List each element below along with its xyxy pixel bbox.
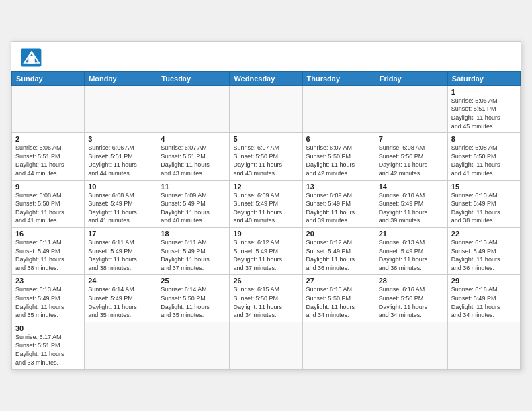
calendar-header: [11, 42, 521, 71]
day-info: Sunrise: 6:07 AM Sunset: 5:51 PM Dayligh…: [161, 144, 226, 177]
day-number: 27: [306, 277, 371, 285]
day-number: 13: [306, 183, 371, 191]
day-number: 5: [233, 135, 298, 143]
calendar-cell: 7Sunrise: 6:08 AM Sunset: 5:50 PM Daylig…: [375, 133, 447, 180]
day-info: Sunrise: 6:11 AM Sunset: 5:49 PM Dayligh…: [15, 238, 81, 272]
day-number: 20: [306, 230, 371, 238]
day-number: 10: [88, 183, 153, 191]
day-info: Sunrise: 6:08 AM Sunset: 5:49 PM Dayligh…: [88, 191, 153, 225]
day-info: Sunrise: 6:09 AM Sunset: 5:49 PM Dayligh…: [233, 191, 298, 225]
calendar-cell: 1Sunrise: 6:06 AM Sunset: 5:51 PM Daylig…: [447, 85, 520, 132]
calendar-cell: 11Sunrise: 6:09 AM Sunset: 5:49 PM Dayli…: [157, 180, 230, 227]
calendar-cell: 19Sunrise: 6:12 AM Sunset: 5:49 PM Dayli…: [230, 228, 302, 275]
day-info: Sunrise: 6:08 AM Sunset: 5:50 PM Dayligh…: [379, 144, 444, 177]
calendar-cell: [157, 322, 230, 369]
day-number: 26: [233, 277, 298, 285]
weekday-wednesday: Wednesday: [230, 71, 302, 85]
day-number: 29: [451, 277, 517, 285]
calendar-cell: 8Sunrise: 6:08 AM Sunset: 5:50 PM Daylig…: [447, 133, 520, 180]
calendar-cell: [12, 85, 85, 132]
calendar-cell: 28Sunrise: 6:16 AM Sunset: 5:50 PM Dayli…: [375, 275, 447, 322]
calendar-cell: 2Sunrise: 6:06 AM Sunset: 5:51 PM Daylig…: [12, 133, 85, 180]
weekday-monday: Monday: [85, 71, 157, 85]
week-row-1: 1Sunrise: 6:06 AM Sunset: 5:51 PM Daylig…: [12, 85, 521, 132]
day-info: Sunrise: 6:15 AM Sunset: 5:50 PM Dayligh…: [233, 285, 298, 319]
calendar-cell: 26Sunrise: 6:15 AM Sunset: 5:50 PM Dayli…: [230, 275, 302, 322]
day-number: 3: [88, 135, 153, 143]
weekday-tuesday: Tuesday: [157, 71, 230, 85]
day-number: 30: [15, 324, 81, 332]
calendar-cell: 6Sunrise: 6:07 AM Sunset: 5:50 PM Daylig…: [302, 133, 375, 180]
calendar-cell: 3Sunrise: 6:06 AM Sunset: 5:51 PM Daylig…: [85, 133, 157, 180]
calendar-cell: [375, 85, 447, 132]
weekday-thursday: Thursday: [302, 71, 375, 85]
day-info: Sunrise: 6:14 AM Sunset: 5:49 PM Dayligh…: [88, 285, 153, 319]
day-info: Sunrise: 6:09 AM Sunset: 5:49 PM Dayligh…: [306, 191, 371, 225]
day-number: 24: [88, 277, 153, 285]
day-number: 1: [451, 88, 517, 96]
calendar-cell: 22Sunrise: 6:13 AM Sunset: 5:49 PM Dayli…: [447, 228, 520, 275]
calendar-cell: 13Sunrise: 6:09 AM Sunset: 5:49 PM Dayli…: [302, 180, 375, 227]
day-info: Sunrise: 6:11 AM Sunset: 5:49 PM Dayligh…: [161, 238, 226, 272]
day-number: 21: [379, 230, 444, 238]
day-info: Sunrise: 6:12 AM Sunset: 5:49 PM Dayligh…: [233, 238, 298, 272]
day-info: Sunrise: 6:14 AM Sunset: 5:50 PM Dayligh…: [161, 285, 226, 319]
calendar-cell: 12Sunrise: 6:09 AM Sunset: 5:49 PM Dayli…: [230, 180, 302, 227]
calendar-cell: [302, 85, 375, 132]
day-number: 22: [451, 230, 517, 238]
weekday-friday: Friday: [375, 71, 447, 85]
day-info: Sunrise: 6:08 AM Sunset: 5:50 PM Dayligh…: [15, 191, 81, 225]
calendar-cell: [375, 322, 447, 369]
day-number: 7: [379, 135, 444, 143]
week-row-6: 30Sunrise: 6:17 AM Sunset: 5:51 PM Dayli…: [12, 322, 521, 369]
week-row-3: 9Sunrise: 6:08 AM Sunset: 5:50 PM Daylig…: [12, 180, 521, 227]
week-row-2: 2Sunrise: 6:06 AM Sunset: 5:51 PM Daylig…: [12, 133, 521, 180]
day-number: 11: [161, 183, 226, 191]
day-info: Sunrise: 6:06 AM Sunset: 5:51 PM Dayligh…: [15, 144, 81, 177]
day-number: 4: [161, 135, 226, 143]
calendar-cell: 9Sunrise: 6:08 AM Sunset: 5:50 PM Daylig…: [12, 180, 85, 227]
day-info: Sunrise: 6:06 AM Sunset: 5:51 PM Dayligh…: [88, 144, 153, 177]
logo-icon: [21, 48, 42, 67]
week-row-4: 16Sunrise: 6:11 AM Sunset: 5:49 PM Dayli…: [12, 228, 521, 275]
calendar-cell: 25Sunrise: 6:14 AM Sunset: 5:50 PM Dayli…: [157, 275, 230, 322]
calendar-cell: 16Sunrise: 6:11 AM Sunset: 5:49 PM Dayli…: [12, 228, 85, 275]
day-info: Sunrise: 6:10 AM Sunset: 5:49 PM Dayligh…: [451, 191, 517, 225]
calendar-cell: [85, 85, 157, 132]
day-number: 16: [15, 230, 81, 238]
calendar-cell: [157, 85, 230, 132]
day-number: 6: [306, 135, 371, 143]
calendar-table: SundayMondayTuesdayWednesdayThursdayFrid…: [11, 71, 521, 369]
day-number: 17: [88, 230, 153, 238]
day-info: Sunrise: 6:08 AM Sunset: 5:50 PM Dayligh…: [451, 144, 517, 177]
weekday-header-row: SundayMondayTuesdayWednesdayThursdayFrid…: [12, 71, 521, 85]
day-info: Sunrise: 6:13 AM Sunset: 5:49 PM Dayligh…: [379, 238, 444, 272]
calendar-cell: 20Sunrise: 6:12 AM Sunset: 5:49 PM Dayli…: [302, 228, 375, 275]
day-number: 12: [233, 183, 298, 191]
day-info: Sunrise: 6:10 AM Sunset: 5:49 PM Dayligh…: [379, 191, 444, 225]
day-info: Sunrise: 6:13 AM Sunset: 5:49 PM Dayligh…: [451, 238, 517, 272]
weekday-sunday: Sunday: [12, 71, 85, 85]
calendar-cell: 21Sunrise: 6:13 AM Sunset: 5:49 PM Dayli…: [375, 228, 447, 275]
calendar-cell: 27Sunrise: 6:15 AM Sunset: 5:50 PM Dayli…: [302, 275, 375, 322]
calendar-cell: 24Sunrise: 6:14 AM Sunset: 5:49 PM Dayli…: [85, 275, 157, 322]
calendar-container: SundayMondayTuesdayWednesdayThursdayFrid…: [11, 41, 521, 370]
day-info: Sunrise: 6:16 AM Sunset: 5:49 PM Dayligh…: [451, 285, 517, 319]
calendar-cell: 15Sunrise: 6:10 AM Sunset: 5:49 PM Dayli…: [447, 180, 520, 227]
day-number: 18: [161, 230, 226, 238]
calendar-cell: 14Sunrise: 6:10 AM Sunset: 5:49 PM Dayli…: [375, 180, 447, 227]
calendar-cell: 10Sunrise: 6:08 AM Sunset: 5:49 PM Dayli…: [85, 180, 157, 227]
calendar-cell: [230, 322, 302, 369]
calendar-cell: [85, 322, 157, 369]
day-info: Sunrise: 6:13 AM Sunset: 5:49 PM Dayligh…: [15, 285, 81, 319]
day-number: 28: [379, 277, 444, 285]
calendar-cell: 17Sunrise: 6:11 AM Sunset: 5:49 PM Dayli…: [85, 228, 157, 275]
calendar-cell: 29Sunrise: 6:16 AM Sunset: 5:49 PM Dayli…: [447, 275, 520, 322]
day-number: 2: [15, 135, 81, 143]
day-info: Sunrise: 6:16 AM Sunset: 5:50 PM Dayligh…: [379, 285, 444, 319]
day-info: Sunrise: 6:06 AM Sunset: 5:51 PM Dayligh…: [451, 97, 517, 130]
day-info: Sunrise: 6:09 AM Sunset: 5:49 PM Dayligh…: [161, 191, 226, 225]
day-number: 23: [15, 277, 81, 285]
day-number: 19: [233, 230, 298, 238]
day-number: 8: [451, 135, 517, 143]
